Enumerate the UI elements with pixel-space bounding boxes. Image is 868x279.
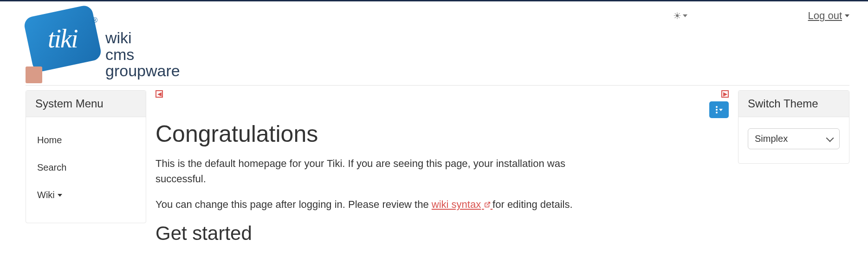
logout-label: Log out bbox=[808, 10, 842, 22]
sun-icon: ☀ bbox=[673, 10, 681, 21]
top-controls: ☀ Log out bbox=[673, 7, 849, 22]
caret-down-icon bbox=[845, 14, 849, 17]
theme-select[interactable]: Simplex bbox=[748, 128, 840, 149]
tiki-logo-text: tiki bbox=[48, 24, 78, 53]
collapse-left-icon[interactable]: ◀ bbox=[155, 90, 163, 98]
page-actions-button[interactable] bbox=[709, 101, 729, 118]
svg-line-0 bbox=[486, 202, 489, 205]
external-link-icon bbox=[482, 201, 492, 209]
sidebar-item-label: Wiki bbox=[37, 190, 55, 200]
wiki-syntax-link-text: wiki syntax bbox=[432, 199, 481, 210]
logout-link[interactable]: Log out bbox=[808, 10, 849, 22]
sidebar-left: System Menu Home Search Wiki bbox=[26, 90, 146, 223]
menu-toggle-button[interactable] bbox=[26, 66, 42, 83]
logo-tagline: wiki cms groupware bbox=[105, 30, 180, 81]
sidebar-right: Switch Theme Simplex bbox=[738, 90, 849, 164]
logo-badge: tiki ® bbox=[26, 7, 100, 81]
sidebar-item-label: Home bbox=[37, 135, 62, 146]
intro-paragraph-1: This is the default homepage for your Ti… bbox=[155, 156, 573, 186]
caret-down-icon bbox=[719, 109, 723, 111]
logo-area[interactable]: tiki ® wiki cms groupware bbox=[26, 7, 180, 81]
collapse-right-icon[interactable]: ▶ bbox=[721, 90, 729, 98]
sidebar-left-title: System Menu bbox=[26, 91, 146, 117]
p2-before-text: You can change this page after logging i… bbox=[155, 199, 432, 210]
sidebar-item-home[interactable]: Home bbox=[26, 126, 146, 154]
registered-mark-icon: ® bbox=[92, 16, 97, 25]
chevron-down-icon bbox=[826, 134, 834, 142]
content-column: ◀ ▶ Congratulations This is the default … bbox=[155, 90, 729, 245]
caret-down-icon bbox=[683, 14, 687, 17]
tiki-logo-shape: tiki bbox=[23, 4, 103, 73]
dots-vertical-icon bbox=[716, 106, 718, 113]
caret-down-icon bbox=[58, 194, 62, 197]
header: tiki ® wiki cms groupware ☀ Log out bbox=[26, 1, 849, 86]
tagline-wiki: wiki bbox=[105, 30, 180, 46]
sidebar-item-search[interactable]: Search bbox=[26, 154, 146, 181]
intro-paragraph-2: You can change this page after logging i… bbox=[155, 197, 573, 212]
theme-select-value: Simplex bbox=[755, 133, 788, 144]
color-mode-toggle[interactable]: ☀ bbox=[673, 10, 687, 21]
sidebar-right-title: Switch Theme bbox=[738, 91, 849, 117]
sidebar-item-label: Search bbox=[37, 162, 66, 173]
tagline-groupware: groupware bbox=[105, 63, 180, 80]
get-started-heading: Get started bbox=[155, 222, 729, 245]
sidebar-left-body: Home Search Wiki bbox=[26, 117, 146, 223]
tagline-cms: cms bbox=[105, 46, 180, 63]
sidebar-item-wiki[interactable]: Wiki bbox=[26, 181, 146, 209]
wiki-syntax-link[interactable]: wiki syntax bbox=[432, 199, 492, 210]
p2-after-text: for editing details. bbox=[492, 199, 572, 210]
page-title: Congratulations bbox=[155, 120, 729, 147]
